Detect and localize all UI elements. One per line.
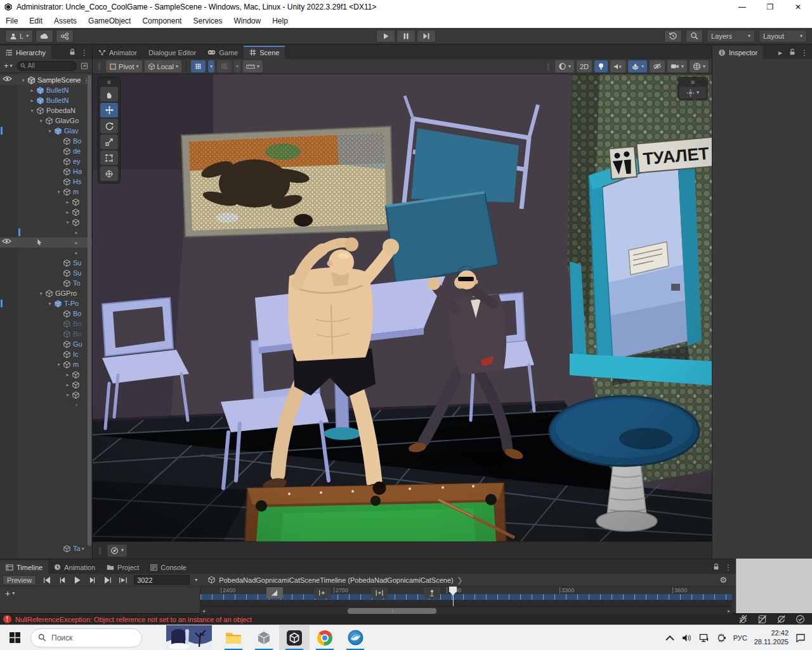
clip-curves-toggle[interactable]: [266, 587, 283, 599]
tab-game[interactable]: Game: [202, 46, 244, 59]
refresh-disabled-icon[interactable]: [776, 614, 786, 624]
language-indicator[interactable]: РУС: [733, 634, 747, 642]
hierarchy-item-su[interactable]: Su: [0, 268, 92, 278]
audio-toggle-button[interactable]: [610, 60, 625, 72]
pivot-dropdown[interactable]: Pivot ▾: [106, 60, 141, 72]
ripple-edit-mode[interactable]: [314, 587, 331, 599]
timeline-track-area[interactable]: [200, 600, 732, 606]
menu-assets[interactable]: Assets: [48, 14, 82, 28]
hierarchy-item-gu[interactable]: Gu: [0, 339, 92, 349]
undo-history-button[interactable]: [664, 30, 682, 43]
menu-file[interactable]: File: [0, 14, 23, 28]
hierarchy-item-t-po[interactable]: ▾T-Po: [0, 298, 92, 308]
taskbar-clock[interactable]: 22:42 28.11.2025: [754, 629, 789, 647]
tab-inspector[interactable]: Inspector: [712, 46, 763, 59]
menu-window[interactable]: Window: [228, 14, 266, 28]
add-track-button[interactable]: +▾: [5, 588, 15, 599]
timeline-settings-gear-icon[interactable]: ⚙: [719, 575, 727, 585]
arrow-down-icon[interactable]: ▾: [55, 362, 63, 368]
hierarchy-item[interactable]: ▸: [0, 380, 92, 390]
tab-console[interactable]: Console: [145, 560, 192, 574]
markers-toggle[interactable]: [424, 587, 440, 599]
arrow-right-icon[interactable]: ▸: [28, 88, 36, 93]
replace-edit-mode[interactable]: [371, 587, 388, 599]
play-button[interactable]: [376, 30, 395, 43]
draw-mode-dropdown[interactable]: ▾: [555, 60, 574, 72]
hierarchy-item-bulletn[interactable]: ▸BulletN›: [0, 95, 92, 105]
play-button[interactable]: [70, 575, 84, 585]
effects-dropdown[interactable]: ▾: [628, 60, 647, 72]
menu-services[interactable]: Services: [187, 14, 228, 28]
debugger-disabled-icon[interactable]: [738, 614, 748, 624]
lock-icon[interactable]: [712, 563, 720, 571]
hierarchy-item[interactable]: ▸: [0, 227, 92, 237]
arrow-down-icon[interactable]: ▾: [37, 118, 45, 124]
account-dropdown[interactable]: L ▾: [5, 30, 33, 43]
lighting-toggle-button[interactable]: [594, 60, 608, 72]
hierarchy-item[interactable]: ▸: [0, 248, 92, 258]
arrow-right-icon[interactable]: ▸: [63, 209, 72, 215]
hidden-objects-button[interactable]: [650, 60, 665, 72]
cloud-button[interactable]: [36, 30, 53, 43]
hierarchy-item-m[interactable]: ▾m: [0, 359, 92, 369]
arrow-down-icon[interactable]: ▾: [55, 189, 63, 195]
hierarchy-item-su[interactable]: Su: [0, 258, 92, 268]
layout-dropdown[interactable]: Layout▾: [759, 30, 807, 43]
scrollbar-thumb[interactable]: [348, 608, 436, 614]
hierarchy-item-bo[interactable]: Bo: [0, 319, 92, 329]
next-frame-button[interactable]: [86, 575, 100, 585]
transform-tool[interactable]: [100, 166, 118, 181]
close-button[interactable]: ✕: [784, 0, 812, 14]
hierarchy-item-samplescene[interactable]: ▾SampleScene⋮: [0, 75, 92, 85]
gizmos-dropdown[interactable]: ▾: [690, 60, 709, 72]
hierarchy-item-de[interactable]: de: [0, 146, 92, 156]
kebab-menu-icon[interactable]: ⋮: [81, 48, 88, 56]
camera-preview-button[interactable]: ▾: [107, 545, 127, 557]
tab-project[interactable]: Project: [101, 560, 145, 574]
collab-button[interactable]: [56, 30, 74, 43]
tab-scene[interactable]: Scene: [244, 46, 285, 59]
go-to-start-button[interactable]: [40, 575, 54, 585]
arrow-right-icon[interactable]: ▸: [63, 199, 72, 205]
arrow-right-icon[interactable]: ▸: [72, 230, 81, 235]
scale-tool[interactable]: [100, 135, 118, 149]
scroll-right-icon[interactable]: ▸: [728, 608, 730, 614]
grid-snap-dropdown[interactable]: ▾: [208, 60, 214, 72]
unlock-icon[interactable]: [789, 48, 796, 56]
taskbar-app-unity-hub[interactable]: [249, 625, 279, 650]
hierarchy-item[interactable]: ▾: [0, 400, 92, 410]
menu-gameobject[interactable]: GameObject: [82, 14, 136, 28]
measure-tool-button[interactable]: ▾: [243, 60, 263, 72]
hierarchy-scrollbar[interactable]: [88, 75, 91, 546]
arrow-right-icon[interactable]: ▸: [63, 372, 72, 378]
arrow-down-icon[interactable]: ▾: [63, 220, 72, 225]
play-range-button[interactable]: [116, 575, 130, 585]
lock-icon[interactable]: [69, 48, 76, 56]
rotate-tool[interactable]: [100, 119, 118, 133]
weather-widget[interactable]: [166, 625, 212, 650]
grid-snap-button[interactable]: [191, 60, 206, 72]
expand-icon[interactable]: ▸: [776, 48, 784, 56]
arrow-down-icon[interactable]: ▾: [37, 291, 45, 296]
status-bar[interactable]: ! NullReferenceException: Object referen…: [0, 613, 812, 625]
hierarchy-item-ic[interactable]: Ic: [0, 349, 92, 359]
taskbar-app-browser[interactable]: [340, 625, 370, 650]
step-button[interactable]: [417, 30, 436, 43]
arrow-down-icon[interactable]: ▾: [28, 108, 36, 114]
preview-toggle-button[interactable]: Preview: [3, 575, 36, 585]
add-gameobject-button[interactable]: +▾: [3, 61, 14, 71]
hierarchy-item-bo[interactable]: Bo: [0, 329, 92, 339]
hierarchy-item-glav[interactable]: ▾Glav: [0, 126, 92, 136]
frame-dropdown-icon[interactable]: ▾: [195, 578, 197, 583]
overlay-handle-icon[interactable]: ≡: [679, 78, 706, 86]
hierarchy-item-m[interactable]: ▾m: [0, 187, 92, 197]
tab-animator[interactable]: Animator: [93, 46, 143, 59]
move-tool[interactable]: [100, 103, 118, 117]
hierarchy-item-hs[interactable]: Hs: [0, 176, 92, 187]
arrow-down-icon[interactable]: ▾: [72, 402, 81, 408]
timeline-breadcrumb[interactable]: PobedaNadGopnicamiCatSceneTimeline (Pobe…: [207, 576, 463, 585]
menu-component[interactable]: Component: [136, 14, 187, 28]
layers-dropdown[interactable]: Layers▾: [707, 30, 755, 43]
arrow-right-icon[interactable]: ▸: [28, 98, 36, 103]
menu-edit[interactable]: Edit: [23, 14, 48, 28]
